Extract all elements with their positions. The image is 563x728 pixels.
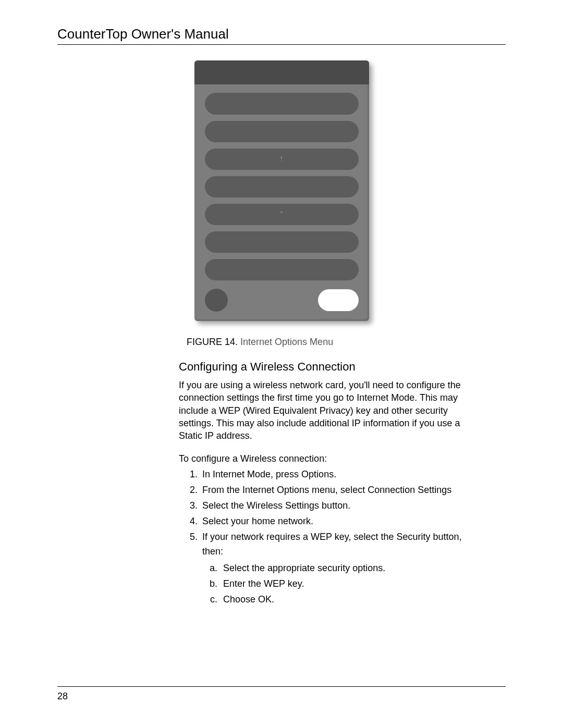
steps-list: In Internet Mode, press Options. From th… (191, 467, 485, 607)
step-3: Select the Wireless Settings button. (200, 499, 485, 513)
menu-item-7[interactable] (205, 259, 359, 280)
substeps-list: Select the appropriate security options.… (210, 561, 485, 607)
ok-button[interactable] (318, 289, 359, 311)
figure-container: ! " (57, 60, 506, 321)
page-header-title: CounterTop Owner's Manual (57, 26, 506, 44)
step-1: In Internet Mode, press Options. (200, 467, 485, 482)
menu-item-2[interactable] (205, 121, 359, 142)
header-rule (57, 44, 506, 45)
step-2: From the Internet Options menu, select C… (200, 483, 485, 498)
menu-item-1[interactable] (205, 93, 359, 114)
back-button[interactable] (205, 289, 228, 312)
figure-caption: FIGURE 14. Internet Options Menu (187, 337, 506, 348)
manual-page: CounterTop Owner's Manual ! " FIGURE 14.… (0, 0, 563, 728)
section-heading: Configuring a Wireless Connection (179, 360, 506, 374)
menu-item-3[interactable]: ! (205, 149, 359, 170)
substep-c: Choose OK. (220, 593, 485, 607)
menu-item-4[interactable] (205, 176, 359, 198)
footer-rule (57, 686, 506, 687)
term-ok: OK (258, 594, 272, 604)
device-mockup: ! " (194, 60, 369, 321)
figure-title: Internet Options Menu (240, 337, 333, 347)
device-statusbar (194, 60, 369, 84)
term-wireless-settings: Wireless Settings (247, 500, 319, 511)
term-security: Security (397, 532, 431, 542)
page-footer: 28 (57, 686, 506, 702)
step-5: If your network requires a WEP key, sele… (200, 530, 485, 607)
menu-item-5[interactable]: " (205, 204, 359, 225)
figure-label: FIGURE 14. (187, 337, 238, 347)
device-bottom-bar (194, 283, 369, 315)
substep-a: Select the appropriate security options. (220, 561, 485, 576)
term-options: Options (301, 469, 334, 479)
page-number: 28 (57, 691, 506, 702)
section-paragraph: If you are using a wireless network card… (179, 379, 485, 442)
steps-intro: To configure a Wireless connection: (179, 453, 485, 464)
substep-b: Enter the WEP key. (220, 577, 485, 591)
menu-item-6[interactable] (205, 231, 359, 253)
term-connection-settings: Connection Settings (368, 485, 451, 495)
step-4: Select your home network. (200, 514, 485, 529)
